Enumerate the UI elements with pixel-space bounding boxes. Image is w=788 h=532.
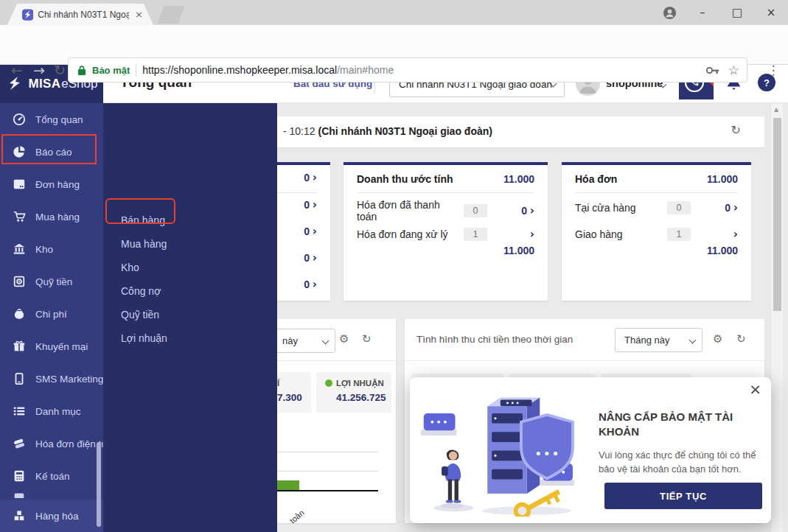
sidebar-item-don-hang[interactable]: Đơn hàng: [0, 168, 103, 200]
scrollbar-thumb[interactable]: [773, 118, 781, 311]
card-row[interactable]: 0 ›: [304, 225, 317, 243]
period-value: Tháng này: [624, 335, 669, 346]
sidebar-item-khuyen-mai[interactable]: Khuyến mại: [0, 330, 103, 363]
back-button[interactable]: ←: [6, 57, 28, 83]
sidebar-item-clipped[interactable]: [0, 489, 103, 498]
card-row[interactable]: 0 ›: [304, 172, 317, 189]
row-badge: 1: [464, 228, 487, 241]
stat-box-profit: LỢI NHUẬN 41.256.725: [316, 372, 391, 413]
row-label: Hóa đơn đang xử lý: [357, 228, 455, 240]
card-invoice: Hóa đơn 11.000 Tại cửa hàng 0 0 › Giao h…: [562, 162, 751, 301]
chevron-right-icon: ›: [733, 228, 738, 241]
sidebar-item-sms-marketing[interactable]: SMS Marketing: [0, 363, 103, 395]
submenu-item-ban-hang[interactable]: Bán hàng: [121, 214, 165, 231]
money-bag-icon: [13, 307, 26, 321]
dashboard-icon: [13, 113, 26, 126]
card-row[interactable]: Tại cửa hàng 0 0 ›: [575, 199, 738, 217]
browser-tab[interactable]: Chi nhánh N03T1 Ngoại g ×: [7, 4, 153, 25]
url-separator: [136, 63, 136, 77]
card-revenue: Doanh thu ước tính 11.000 Hóa đơn đã tha…: [344, 162, 548, 301]
gear-icon[interactable]: ⚙: [339, 334, 349, 345]
continue-button[interactable]: TIẾP TỤC: [604, 483, 762, 509]
modal-close-icon[interactable]: ×: [749, 382, 761, 396]
phone-icon: [13, 372, 26, 385]
submenu-item-mua-hang[interactable]: Mua hàng: [121, 238, 167, 254]
context-time: - 10:12: [283, 125, 318, 137]
browser-menu-icon[interactable]: ⋮: [764, 57, 783, 83]
forward-button[interactable]: →: [28, 57, 50, 83]
stat-label: LỢI NHUẬN: [325, 379, 391, 388]
row-badge: 0: [667, 201, 691, 214]
cubes-icon: [13, 509, 26, 522]
card-row[interactable]: Giao hàng 1 ›: [575, 225, 738, 243]
card-row[interactable]: Hóa đơn đã thanh toán 0 0 ›: [357, 199, 534, 217]
url-path: /main#home: [337, 64, 394, 76]
chevron-right-icon: ›: [313, 171, 317, 184]
warehouse-icon: [13, 242, 26, 256]
sidebar-item-chi-phi[interactable]: Chi phí: [0, 298, 103, 330]
browser-profile-icon[interactable]: [655, 0, 684, 25]
refresh-icon[interactable]: ↻: [362, 334, 372, 345]
main-scrollbar[interactable]: ▲: [770, 103, 783, 532]
card-row[interactable]: 0 ›: [304, 279, 317, 296]
period-dropdown[interactable]: Tháng này: [615, 328, 702, 352]
sidebar-item-hoa-don-dien-tu[interactable]: Hóa đơn điện tử: [0, 427, 103, 460]
chevron-down-icon: [689, 337, 697, 344]
pie-chart-icon: [13, 145, 26, 158]
sidebar-item-kho[interactable]: Kho: [0, 233, 103, 265]
chevron-right-icon: ›: [313, 251, 317, 265]
bookmark-star-icon[interactable]: ☆: [728, 64, 739, 77]
chevron-right-icon: ›: [530, 204, 534, 217]
refresh-icon[interactable]: ↻: [736, 334, 746, 345]
security-illustration: [419, 388, 596, 517]
window-minimize-button[interactable]: –: [688, 0, 717, 25]
sidebar-item-tong-quan[interactable]: Tổng quan: [0, 103, 103, 136]
chevron-down-icon: [322, 337, 330, 345]
chevron-right-icon: ›: [313, 225, 317, 238]
tab-close-icon[interactable]: ×: [135, 10, 143, 19]
sidebar: Tổng quan Báo cáo Đơn hàng Mua hàng Kho …: [0, 103, 103, 532]
sidebar-item-hang-hoa[interactable]: Hàng hóa: [0, 500, 103, 532]
sidebar-item-mua-hang[interactable]: Mua hàng: [0, 200, 103, 233]
app-window: Chi nhánh N03T1 Ngoại g × – □ × ← → ↻ Bả…: [0, 0, 788, 532]
sidebar-item-bao-cao[interactable]: Báo cáo: [0, 136, 103, 168]
stat-value: 41.256.725: [325, 392, 391, 403]
sidebar-item-ke-toan[interactable]: Kế toán: [0, 460, 103, 492]
gift-icon: [13, 340, 26, 353]
lock-icon: [77, 65, 86, 76]
favicon-misa-icon: [22, 9, 33, 21]
submenu-item-kho[interactable]: Kho: [121, 262, 139, 278]
security-upgrade-modal: ×: [410, 377, 771, 523]
scrollbar-up-arrow[interactable]: ▲: [774, 107, 778, 113]
refresh-icon[interactable]: ↻: [731, 125, 741, 136]
row-sub-value: 11.000: [503, 245, 534, 256]
secure-label: Bảo mật: [92, 65, 130, 76]
url-host: https://shoponline.mshopkeeper.misa.loca…: [142, 64, 337, 76]
submenu-item-quy-tien[interactable]: Quỹ tiền: [121, 309, 159, 325]
sidebar-item-danh-muc[interactable]: Danh mục: [0, 395, 103, 427]
window-maximize-button[interactable]: □: [722, 0, 752, 25]
card-row[interactable]: 0 ›: [304, 199, 317, 217]
gear-icon[interactable]: ⚙: [713, 334, 722, 345]
cart-icon: [13, 210, 26, 223]
new-tab-button[interactable]: [158, 6, 184, 24]
sidebar-item-quy-tien[interactable]: Quỹ tiền: [0, 265, 103, 298]
widget-title: Tình hình thu chi tiền theo thời gian: [416, 334, 573, 345]
chart-x-label: toàn: [288, 508, 306, 525]
submenu-item-cong-no[interactable]: Công nợ: [121, 285, 161, 301]
window-close-button[interactable]: ×: [756, 0, 786, 25]
url-bar[interactable]: Bảo mật https://shoponline.mshopkeeper.m…: [68, 57, 747, 83]
card-title: Doanh thu ước tính: [357, 173, 453, 185]
submenu-item-loi-nhuan[interactable]: Lợi nhuận: [121, 332, 167, 349]
card-row[interactable]: Hóa đơn đang xử lý 1 ›: [357, 225, 534, 243]
submenu-flyout: Bán hàng Mua hàng Kho Công nợ Quỹ tiền L…: [103, 103, 277, 532]
row-badge: 0: [464, 204, 487, 217]
stat-value: 7.300: [277, 392, 311, 403]
sidebar-scrollbar-thumb[interactable]: [97, 442, 101, 527]
row-label: Tại cửa hàng: [575, 202, 658, 214]
card-total: 11.000: [707, 173, 738, 185]
order-screen-icon: [13, 178, 26, 191]
context-text: - 10:12 (Chi nhánh N03T1 Ngoại giao đoàn…: [283, 125, 492, 137]
card-row[interactable]: 0 ›: [304, 252, 317, 270]
saved-password-key-icon[interactable]: [706, 66, 719, 74]
